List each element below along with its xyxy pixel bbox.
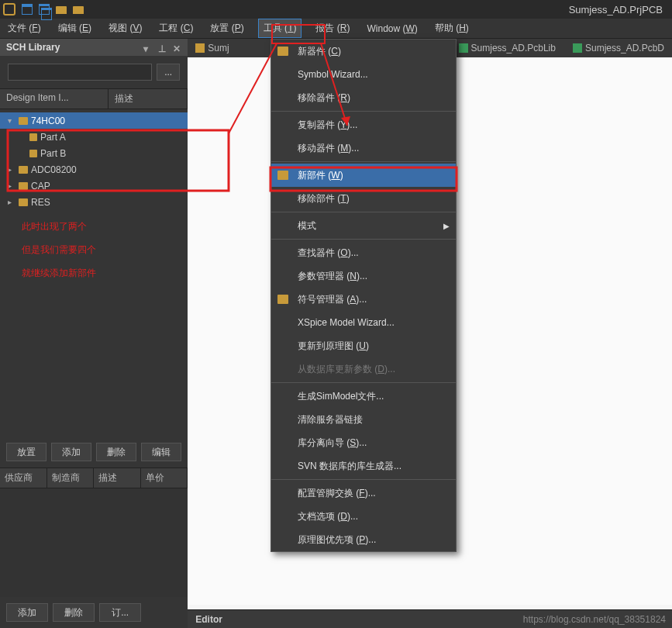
- editor-label: Editor: [195, 614, 222, 625]
- tree-part-Part-A[interactable]: Part A: [0, 129, 188, 145]
- component-icon: [19, 117, 28, 125]
- part-icon: [29, 150, 37, 157]
- search-more-button[interactable]: ...: [157, 64, 180, 81]
- tab-Sumjess_AD.PcbD[interactable]: Sumjess_AD.PcbD: [570, 43, 667, 53]
- col-design-item[interactable]: Design Item I...: [0, 89, 109, 109]
- button-放置[interactable]: 放置: [6, 443, 47, 461]
- button-订...[interactable]: 订...: [99, 603, 141, 622]
- tab-Sumj[interactable]: Sumj: [192, 43, 232, 53]
- menu-item-新器件C[interactable]: 新器件 (C): [271, 40, 456, 63]
- menu-item-移动器件M[interactable]: 移动器件 (M)...: [271, 136, 456, 160]
- button-row-2: 添加删除订...: [0, 597, 188, 628]
- panel-header: SCH Library ▾ ⊥ ✕: [0, 39, 188, 56]
- tree-item-RES[interactable]: ▸RES: [0, 194, 188, 210]
- tree-item-ADC08200[interactable]: ▸ADC08200: [0, 161, 188, 178]
- search-input[interactable]: [8, 64, 152, 81]
- supplier-grid[interactable]: [0, 488, 188, 597]
- pin-icon[interactable]: ⊥: [158, 43, 167, 52]
- component-icon: [19, 182, 28, 190]
- menu-item-icon: [277, 47, 288, 56]
- button-row-1: 放置添加删除编辑: [0, 436, 188, 468]
- component-icon: [19, 166, 28, 174]
- menu-item-文档选项D[interactable]: 文档选项 (D)...: [271, 505, 456, 528]
- close-icon[interactable]: ✕: [173, 43, 181, 52]
- save-all-icon[interactable]: [39, 4, 50, 15]
- save-icon[interactable]: [22, 4, 33, 15]
- window-title: Sumjess_AD.PrjPCB: [569, 4, 663, 16]
- menu-放置[interactable]: 放置 (P): [207, 19, 246, 38]
- dropdown-icon[interactable]: ▾: [143, 43, 152, 52]
- button-添加[interactable]: 添加: [51, 443, 91, 461]
- component-icon: [19, 198, 28, 206]
- main-menu: 文件 (F)编辑 (E)视图 (V)工程 (C)放置 (P)工具 (T)报告 (…: [0, 19, 672, 39]
- open-folder-icon[interactable]: [56, 6, 67, 14]
- col-description[interactable]: 描述: [109, 89, 188, 109]
- tab-icon: [573, 43, 582, 53]
- menu-item-复制器件Y[interactable]: 复制器件 (Y)...: [271, 113, 456, 136]
- tree-item-74HC00[interactable]: ▾74HC00: [0, 112, 188, 129]
- submenu-arrow-icon: ▶: [443, 222, 450, 230]
- col-供应商[interactable]: 供应商: [0, 468, 47, 488]
- menu-item-原理图优先项P[interactable]: 原理图优先项 (P)...: [271, 528, 456, 551]
- menu-编辑[interactable]: 编辑 (E): [55, 19, 95, 38]
- tree-item-CAP[interactable]: ▸CAP: [0, 178, 188, 194]
- menu-item-更新到原理图U[interactable]: 更新到原理图 (U): [271, 334, 456, 357]
- part-icon: [29, 133, 37, 141]
- supplier-header: 供应商制造商描述单价: [0, 468, 188, 488]
- menu-文件[interactable]: 文件 (F): [5, 19, 44, 38]
- menu-item-从数据库更新参数D: 从数据库更新参数 (D)...: [271, 357, 456, 381]
- tab-icon: [195, 43, 205, 53]
- menu-item-icon: [277, 171, 288, 180]
- menu-帮助[interactable]: 帮助 (H): [432, 19, 472, 38]
- tab-Sumjess_AD.PcbLib[interactable]: Sumjess_AD.PcbLib: [456, 43, 559, 53]
- button-删除[interactable]: 删除: [96, 443, 136, 461]
- menu-工程[interactable]: 工程 (C): [156, 19, 196, 38]
- tab-icon: [459, 43, 468, 53]
- menu-视图[interactable]: 视图 (V): [105, 19, 145, 38]
- menu-item-SVN数据库的库生成器[interactable]: SVN 数据库的库生成器...: [271, 454, 456, 478]
- open-project-icon[interactable]: [73, 6, 84, 14]
- menu-item-符号管理器A[interactable]: 符号管理器 (A)...: [271, 288, 456, 311]
- menu-item-库分离向导S[interactable]: 库分离向导 (S)...: [271, 431, 456, 454]
- tree-part-Part-B[interactable]: Part B: [0, 145, 188, 161]
- menu-item-移除器件R[interactable]: 移除器件 (R): [271, 86, 456, 109]
- watermark: https://blog.csdn.net/qq_38351824: [523, 614, 666, 625]
- sch-library-panel: SCH Library ▾ ⊥ ✕ ... Design Item I... 描…: [0, 39, 188, 628]
- app-logo-icon: [3, 3, 16, 16]
- menu-item-生成SimModel文件[interactable]: 生成SimModel文件...: [271, 385, 456, 408]
- panel-title: SCH Library: [6, 42, 60, 53]
- button-添加[interactable]: 添加: [6, 603, 48, 622]
- menu-item-XSpiceModelWizard[interactable]: XSpice Model Wizard...: [271, 311, 456, 334]
- component-tree: ▾74HC00Part APart B▸ADC08200▸CAP▸RES: [0, 109, 188, 210]
- menu-item-新部件W[interactable]: 新部件 (W): [271, 164, 456, 187]
- annotation-text: 此时出现了两个 但是我们需要四个 就继续添加新部件: [0, 210, 188, 285]
- tree-header: Design Item I... 描述: [0, 88, 188, 109]
- menu-item-模式[interactable]: 模式▶: [271, 214, 456, 237]
- title-bar: Sumjess_AD.PrjPCB: [0, 0, 672, 19]
- tools-dropdown: 新器件 (C)Symbol Wizard...移除器件 (R)复制器件 (Y).…: [271, 39, 457, 552]
- col-描述[interactable]: 描述: [94, 468, 141, 488]
- menu-Window[interactable]: Window (W): [364, 20, 420, 37]
- menu-item-清除服务器链接[interactable]: 清除服务器链接: [271, 408, 456, 431]
- menu-item-查找器件O[interactable]: 查找器件 (O)...: [271, 241, 456, 264]
- menu-工具[interactable]: 工具 (T): [258, 19, 302, 38]
- col-单价[interactable]: 单价: [141, 468, 188, 488]
- menu-item-配置管脚交换F[interactable]: 配置管脚交换 (F)...: [271, 481, 456, 505]
- button-删除[interactable]: 删除: [53, 603, 95, 622]
- button-编辑[interactable]: 编辑: [141, 443, 181, 461]
- menu-报告[interactable]: 报告 (R): [312, 19, 353, 38]
- menu-item-参数管理器N[interactable]: 参数管理器 (N)...: [271, 264, 456, 288]
- col-制造商[interactable]: 制造商: [47, 468, 95, 488]
- menu-item-SymbolWizard[interactable]: Symbol Wizard...: [271, 63, 456, 86]
- menu-item-icon: [277, 295, 288, 304]
- menu-item-移除部件T[interactable]: 移除部件 (T): [271, 187, 456, 210]
